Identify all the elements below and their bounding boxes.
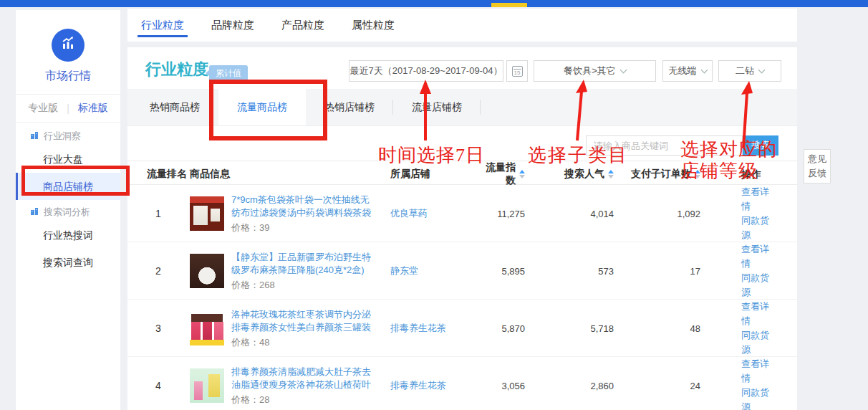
chevron-down-icon [619,67,627,74]
product-thumbnail[interactable] [190,311,224,345]
sidebar-menu: 行业洞察 行业大盘 商品店铺榜 搜索词分析 行业热搜词 搜索词查询 [16,124,120,276]
same-supply-link[interactable]: 同款货源 [741,328,776,357]
same-supply-link[interactable]: 同款货源 [741,386,776,410]
version-separator: | [67,102,69,114]
sidebar-section-search-analysis: 搜索词分析 [16,200,120,221]
app-title: 市场行情 [16,69,120,84]
rank-value: 4 [147,380,190,391]
search-popularity-value: 2,860 [525,381,614,391]
col-traffic-index: 流量指数 [486,161,525,187]
pay-orders-value: 1,092 [614,209,700,219]
search-popularity-value: 4,014 [525,209,614,219]
table-row: 2 【静东堂】正品新疆罗布泊野生特级罗布麻茶降压降脂(240克*2盒) 价格：2… [127,242,797,300]
tab-traffic-shop-rank[interactable]: 流量店铺榜 [393,89,481,125]
same-supply-link[interactable]: 同款货源 [741,214,776,242]
calendar-icon: 15 [512,66,523,77]
col-search-popularity: 搜索人气 [525,168,614,181]
market-chart-icon [59,35,77,55]
tab-brand-granularity[interactable]: 品牌粒度 [211,9,254,42]
view-detail-link[interactable]: 查看详情 [741,357,776,386]
tab-product-granularity[interactable]: 产品粒度 [281,9,324,42]
rank-value: 1 [147,208,190,219]
category-dropdown[interactable]: 餐饮具>其它 [534,60,656,82]
tab-industry-granularity[interactable]: 行业粒度 [141,9,184,42]
col-traffic-rank: 流量排名 [147,168,190,181]
product-thumbnail[interactable] [190,196,224,231]
traffic-index-value: 3,056 [486,381,525,391]
view-detail-link[interactable]: 查看详情 [741,300,776,328]
page-title: 行业粒度 [145,59,208,80]
product-thumbnail[interactable] [190,254,224,288]
product-price: 价格：39 [231,221,376,234]
app-logo [52,29,85,62]
traffic-index-value: 5,895 [486,266,525,277]
pay-orders-value: 24 [614,381,700,391]
tab-hot-product-rank[interactable]: 热销商品榜 [131,89,218,125]
search-popularity-value: 573 [525,266,614,277]
product-price: 价格：48 [231,336,376,349]
version-switcher: 专业版 | 标准版 [16,94,120,123]
tab-attribute-granularity[interactable]: 属性粒度 [352,9,395,42]
product-title-link[interactable]: 【静东堂】正品新疆罗布泊野生特级罗布麻茶降压降脂(240克*2盒) [231,251,376,277]
pay-orders-value: 48 [614,323,700,334]
search-popularity-value: 5,718 [525,323,614,334]
feedback-button[interactable]: 意见反馈 [804,149,831,183]
terminal-dropdown[interactable]: 无线端 [662,60,713,82]
shop-link[interactable]: 排毒养生花茶 [385,379,486,392]
col-product-info: 商品信息 [190,168,385,181]
table-row: 1 7*9cm茶包袋茶叶袋一次性抽线无纺布过滤袋煲汤中药袋调料袋茶袋 价格：39… [127,185,797,242]
table-row: 4 排毒养颜茶清脂减肥减大肚子茶去油脂通便瘦身茶洛神花茶山楂荷叶 价格：28 排… [127,357,797,410]
sidebar-item-search-word-query[interactable]: 搜索词查询 [16,249,120,276]
col-shop: 所属店铺 [385,168,486,181]
annotation-level-note: 选择对应的 店铺等级 [680,139,777,182]
shop-level-dropdown[interactable]: 二钻 [718,60,781,82]
calendar-button[interactable]: 15 [506,60,528,82]
version-tab-pro[interactable]: 专业版 [28,102,58,115]
annotation-time-note: 时间选择7日 [378,143,485,168]
ranking-table: 流量排名 商品信息 所属店铺 流量指数 搜索人气 支付子订单数 操作 1 [127,161,797,410]
granularity-tab-bar: 行业粒度 品牌粒度 产品粒度 属性粒度 [127,9,797,42]
top-nav-bar [0,0,868,7]
product-thumbnail[interactable] [190,368,224,403]
product-title-link[interactable]: 洛神花玫瑰花茶红枣茶调节内分泌排毒养颜茶女性美白养颜茶三罐装 [231,308,376,334]
shop-link[interactable]: 静东堂 [385,264,486,277]
building-icon [30,207,39,218]
product-price: 价格：268 [231,279,376,292]
sidebar-section-industry-insight: 行业洞察 [16,124,120,146]
sidebar: 市场行情 专业版 | 标准版 行业洞察 行业大盘 商品店铺榜 [16,10,120,410]
date-range-selector[interactable]: 最近7天（2017-08-29~2017-09-04） [349,60,503,82]
same-supply-link[interactable]: 同款货源 [741,271,776,300]
chevron-down-icon [758,67,766,74]
rank-value: 3 [147,323,190,334]
building-icon [30,131,39,142]
sidebar-item-hot-search-words[interactable]: 行业热搜词 [16,221,120,249]
shop-link[interactable]: 排毒养生花茶 [385,322,486,335]
view-detail-link[interactable]: 查看详情 [741,242,776,271]
product-title-link[interactable]: 7*9cm茶包袋茶叶袋一次性抽线无纺布过滤袋煲汤中药袋调料袋茶袋 [231,194,376,219]
rank-value: 2 [147,265,190,277]
shop-link[interactable]: 优良草药 [385,207,486,220]
chevron-down-icon [700,67,708,74]
page: 市场行情 专业版 | 标准版 行业洞察 行业大盘 商品店铺榜 [0,0,868,410]
view-detail-link[interactable]: 查看详情 [741,185,776,214]
product-price: 价格：28 [231,394,376,406]
traffic-index-value: 11,275 [486,209,525,219]
annotation-category-note: 选择子类目 [528,143,628,168]
product-title-link[interactable]: 排毒养颜茶清脂减肥减大肚子茶去油脂通便瘦身茶洛神花茶山楂荷叶 [231,366,376,391]
annotation-box-traffic-tab [209,80,327,140]
pay-orders-value: 17 [614,266,700,277]
sort-icon[interactable] [519,170,525,178]
topbar-active-highlight [491,3,527,7]
sort-icon[interactable] [608,170,614,178]
table-row: 3 洛神花玫瑰花茶红枣茶调节内分泌排毒养颜茶女性美白养颜茶三罐装 价格：48 排… [127,300,797,357]
traffic-index-value: 5,870 [486,323,525,334]
annotation-box-sidebar-item [21,166,130,196]
version-tab-standard[interactable]: 标准版 [78,102,108,115]
